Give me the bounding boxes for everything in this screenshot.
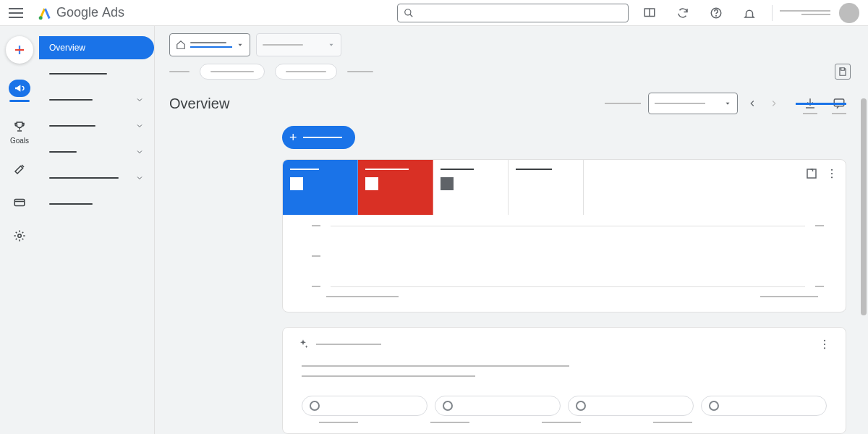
ads-logo-icon [38,6,52,20]
more-icon[interactable] [818,338,831,351]
compare-toggle[interactable] [796,103,846,105]
rail-goals-label: Goals [10,137,29,145]
refresh-icon[interactable] [676,7,689,20]
insight-option[interactable] [568,396,694,416]
scope-selectors [169,33,868,56]
sub-tab[interactable] [347,64,373,80]
insight-option[interactable] [701,396,827,416]
svg-line-2 [410,14,413,17]
insight-option[interactable] [302,396,427,416]
chevron-down-icon [724,100,731,107]
svg-rect-11 [14,200,25,206]
product-name: Google Ads [56,5,124,20]
search-icon [404,8,414,18]
next-period-button[interactable] [767,96,781,111]
radio-icon [310,401,320,411]
radio-icon [443,401,453,411]
left-rail: Goals [0,26,39,434]
rail-tools[interactable] [9,161,30,178]
sub-tab[interactable] [200,64,265,80]
metric-tile[interactable] [283,160,358,215]
nav-item[interactable] [39,88,154,111]
page-title: Overview [169,95,229,112]
metric-tiles [283,160,846,215]
nav-item[interactable] [39,114,154,137]
sub-tab[interactable] [275,64,337,80]
app-header: Google Ads [0,0,868,26]
expand-icon[interactable] [805,167,818,180]
create-button[interactable] [6,36,33,64]
chevron-down-icon [135,122,144,130]
page-title-row: Overview [169,93,868,114]
divider [772,5,773,21]
home-icon [176,40,186,50]
metric-tile[interactable] [509,160,584,215]
insight-text [302,365,569,367]
svg-point-13 [18,234,22,238]
rail-campaigns[interactable] [9,80,30,102]
card-icon [9,194,30,211]
rail-billing[interactable] [9,194,30,211]
tools-icon [9,161,30,178]
svg-point-0 [39,16,43,20]
metric-tile[interactable] [433,160,509,215]
svg-point-20 [831,173,833,174]
insight-option[interactable] [435,396,561,416]
search-input[interactable] [397,4,629,22]
date-controls [605,93,846,114]
save-view-button[interactable] [835,64,851,80]
nav-item[interactable] [39,192,154,216]
campaign-selector[interactable] [256,33,341,56]
metric-tile[interactable] [358,160,433,215]
rail-goals[interactable]: Goals [9,118,30,145]
plus-icon: + [289,130,297,145]
chevron-down-icon [135,174,144,182]
chevron-right-icon [769,98,779,109]
save-icon [838,67,848,77]
svg-marker-14 [239,44,242,46]
new-campaign-button[interactable]: + [282,126,355,149]
radio-icon [709,401,719,411]
trophy-icon [9,118,30,135]
appearance-icon[interactable] [643,7,656,20]
svg-point-19 [831,169,833,171]
sparkle-icon [297,339,309,350]
gear-icon [9,227,30,244]
sub-tab[interactable] [169,64,190,80]
avatar[interactable] [839,3,859,23]
date-range-select[interactable] [648,93,738,114]
nav-item[interactable] [39,140,154,163]
menu-icon[interactable] [9,8,23,18]
scrollbar[interactable] [861,98,867,315]
chevron-down-icon [135,95,144,104]
account-selector[interactable] [169,33,250,56]
header-actions [643,7,756,20]
product-logo[interactable]: Google Ads [38,5,124,20]
insight-text [302,375,475,377]
sub-tabs [169,64,868,80]
metrics-card [282,159,846,312]
more-icon[interactable] [825,167,838,180]
bell-icon[interactable] [743,7,756,20]
nav-item[interactable] [39,166,154,190]
svg-point-22 [824,340,825,341]
side-nav: Overview [39,26,155,434]
megaphone-icon [9,80,30,97]
svg-point-24 [824,347,825,349]
insights-card [282,327,846,434]
svg-point-23 [824,344,825,345]
prev-period-button[interactable] [745,96,760,111]
insight-title [316,344,381,345]
svg-point-21 [831,176,833,178]
nav-overview[interactable]: Overview [39,36,154,59]
account-switcher[interactable] [780,10,830,15]
svg-point-6 [716,15,717,16]
rail-admin[interactable] [9,227,30,244]
chevron-down-icon [237,41,244,48]
svg-marker-16 [726,103,730,105]
help-icon[interactable] [710,7,723,20]
svg-point-1 [405,9,411,14]
plus-icon [13,43,26,56]
nav-item[interactable] [39,62,154,85]
metric-chart [283,215,846,312]
